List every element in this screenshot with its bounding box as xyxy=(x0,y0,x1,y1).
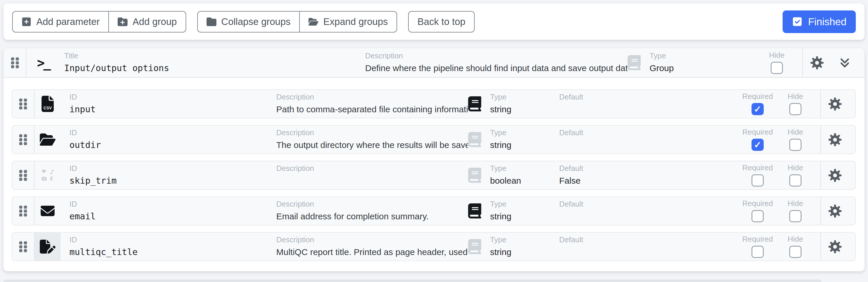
type-select[interactable]: string xyxy=(490,140,559,150)
default-field: Default xyxy=(559,236,743,257)
hide-label: Hide xyxy=(787,164,803,172)
parameter-row-email: ID email Description Email address for c… xyxy=(11,197,856,225)
help-text-icon[interactable] xyxy=(468,239,482,254)
type-field: Type string xyxy=(490,236,559,257)
type-field: Type boolean xyxy=(490,165,559,186)
type-label: Type xyxy=(490,165,559,172)
description-label: Description xyxy=(276,129,468,136)
settings-button[interactable] xyxy=(821,204,849,218)
hide-checkbox[interactable] xyxy=(789,139,802,151)
title-label: Title xyxy=(64,52,365,60)
id-label: ID xyxy=(69,93,276,101)
default-input[interactable] xyxy=(559,140,743,150)
required-checkbox[interactable] xyxy=(751,103,764,115)
type-select[interactable]: boolean xyxy=(490,175,559,186)
id-input[interactable]: email xyxy=(69,211,276,222)
hide-field: Hide xyxy=(781,93,810,115)
param-icon-button[interactable] xyxy=(35,197,61,225)
hide-checkbox[interactable] xyxy=(789,210,802,222)
group-hide-checkbox[interactable] xyxy=(771,62,783,74)
required-checkbox[interactable] xyxy=(751,139,764,151)
square-plus-icon xyxy=(22,17,31,27)
add-parameter-button[interactable]: Add parameter xyxy=(12,11,109,33)
id-input[interactable]: skip_trim xyxy=(69,175,276,186)
description-input[interactable]: MultiQC report title. Printed as page he… xyxy=(276,247,468,257)
parameter-row-outdir: ID outdir Description The output directo… xyxy=(11,125,856,154)
help-text-icon[interactable] xyxy=(468,132,482,147)
description-input[interactable]: Email address for completion summary. xyxy=(276,211,468,222)
default-input[interactable] xyxy=(559,104,743,115)
envelope-icon xyxy=(41,204,55,218)
type-select[interactable]: string xyxy=(490,104,559,115)
param-icon-button[interactable] xyxy=(35,233,61,260)
folder-open-icon xyxy=(40,133,56,146)
param-icon-button[interactable] xyxy=(35,126,61,153)
help-text-icon[interactable] xyxy=(468,203,482,218)
type-select[interactable]: string xyxy=(490,247,559,257)
group-settings-button[interactable] xyxy=(803,56,831,70)
id-input[interactable]: multiqc_title xyxy=(69,247,276,257)
id-field: ID outdir xyxy=(69,129,276,150)
grip-vertical-icon[interactable] xyxy=(19,98,27,110)
help-text-icon[interactable] xyxy=(627,55,641,70)
collapse-groups-button[interactable]: Collapse groups xyxy=(197,11,300,33)
help-text-icon[interactable] xyxy=(468,168,482,183)
type-field: Type string xyxy=(490,200,559,222)
gear-icon xyxy=(810,56,824,70)
required-checkbox[interactable] xyxy=(751,246,764,258)
default-input[interactable] xyxy=(559,211,743,222)
required-label: Required xyxy=(742,200,773,207)
grip-vertical-icon[interactable] xyxy=(19,205,27,217)
required-checkbox[interactable] xyxy=(751,174,764,186)
required-checkbox[interactable] xyxy=(751,210,764,222)
settings-button[interactable] xyxy=(821,169,849,182)
type-label: Type xyxy=(490,200,559,208)
default-field: Default xyxy=(559,129,743,150)
default-input[interactable]: False xyxy=(559,175,743,186)
description-input[interactable]: Path to comma-separated file containing … xyxy=(276,104,468,115)
type-label: Type xyxy=(650,52,762,60)
id-input[interactable]: outdir xyxy=(69,140,276,150)
angles-down-icon xyxy=(839,56,850,69)
default-input[interactable] xyxy=(559,247,743,257)
group-collapse-button[interactable] xyxy=(831,56,859,69)
grip-vertical-icon[interactable] xyxy=(19,134,27,146)
description-field: Description xyxy=(276,165,468,186)
gear-icon xyxy=(828,169,842,182)
description-input[interactable] xyxy=(276,175,468,186)
param-icon-button[interactable] xyxy=(35,161,61,189)
grip-vertical-icon[interactable] xyxy=(19,241,27,253)
group-title-input[interactable]: Input/output options xyxy=(64,63,365,73)
parameter-row-input: ID input Description Path to comma-separ… xyxy=(11,90,856,118)
group-type-value[interactable]: Group xyxy=(650,63,762,73)
gear-icon xyxy=(828,240,842,254)
hide-checkbox[interactable] xyxy=(789,174,802,186)
settings-button[interactable] xyxy=(821,240,849,254)
group-icon-button[interactable]: >_ xyxy=(26,56,60,70)
finished-button[interactable]: Finished xyxy=(783,10,856,33)
grip-vertical-icon[interactable] xyxy=(19,169,27,182)
default-label: Default xyxy=(559,93,743,101)
settings-button[interactable] xyxy=(821,97,849,111)
id-field: ID email xyxy=(69,200,276,222)
folder-icon xyxy=(207,17,216,27)
id-field: ID skip_trim xyxy=(69,165,276,186)
grip-vertical-icon[interactable] xyxy=(11,57,19,69)
help-text-icon[interactable] xyxy=(468,96,482,111)
back-to-top-button[interactable]: Back to top xyxy=(408,11,475,33)
add-group-button[interactable]: Add group xyxy=(109,11,186,33)
description-field: Description The output directory where t… xyxy=(276,129,468,150)
required-field: Required xyxy=(743,164,772,186)
type-select[interactable]: string xyxy=(490,211,559,222)
param-icon-button[interactable] xyxy=(35,90,61,118)
parameter-rows: ID input Description Path to comma-separ… xyxy=(11,90,856,261)
settings-button[interactable] xyxy=(821,133,849,146)
hide-checkbox[interactable] xyxy=(789,246,802,258)
id-input[interactable]: input xyxy=(69,104,276,115)
default-label: Default xyxy=(559,129,743,136)
group-description-input[interactable]: Define where the pipeline should find in… xyxy=(365,63,627,73)
hide-checkbox[interactable] xyxy=(789,103,802,115)
default-label: Default xyxy=(559,236,743,243)
description-input[interactable]: The output directory where the results w… xyxy=(276,140,468,150)
expand-groups-button[interactable]: Expand groups xyxy=(300,11,397,33)
